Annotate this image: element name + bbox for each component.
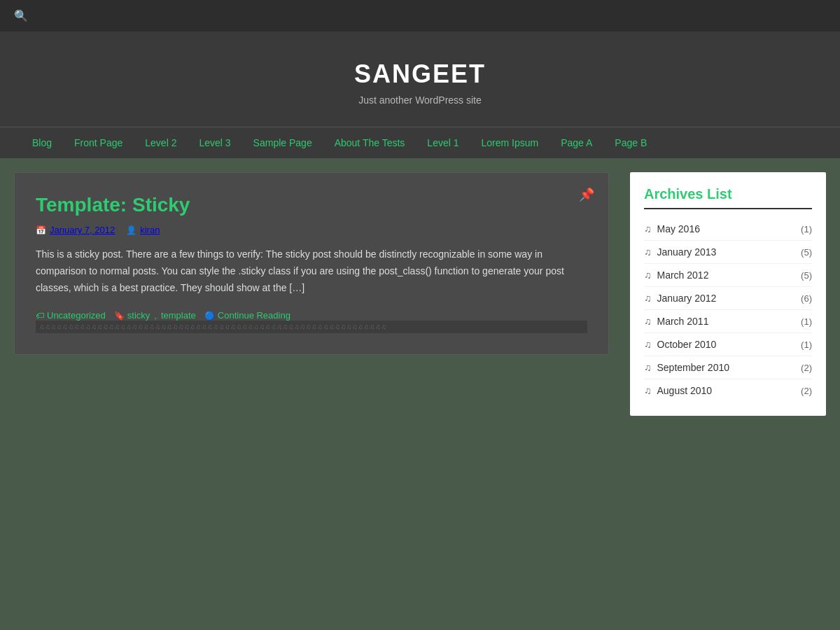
site-title: SANGEET — [14, 59, 826, 89]
archive-list-item: ♫March 2011(1) — [644, 310, 812, 333]
main-layout: 📌 Template: Sticky 📅 January 7, 2012 👤 k… — [0, 158, 840, 430]
archive-list-item: ♫January 2012(6) — [644, 287, 812, 310]
nav-link[interactable]: Lorem Ipsum — [470, 127, 550, 158]
music-note-icon: ♫ — [644, 362, 652, 373]
category-link[interactable]: Uncategorized — [47, 310, 106, 321]
site-tagline: Just another WordPress site — [14, 94, 826, 106]
nav-item: Level 2 — [134, 127, 188, 158]
archive-count: (1) — [801, 224, 812, 234]
nav-link[interactable]: About The Tests — [323, 127, 416, 158]
post-excerpt: This is a sticky post. There are a few t… — [36, 246, 587, 296]
nav-link[interactable]: Sample Page — [242, 127, 323, 158]
archive-link[interactable]: March 2012 — [657, 270, 796, 281]
music-note-icon: ♫ — [644, 223, 652, 234]
continue-reading-wrap: 🔵 Continue Reading — [204, 310, 290, 321]
post-author-meta: 👤 kiran — [126, 225, 160, 235]
music-note-icon: ♫ — [644, 339, 652, 350]
archive-count: (2) — [801, 363, 812, 373]
nav-item: Page B — [603, 127, 658, 158]
archive-count: (2) — [801, 386, 812, 396]
nav-item: Sample Page — [242, 127, 323, 158]
tag-icon: 🔖 — [114, 311, 125, 321]
nav-item: Level 3 — [188, 127, 241, 158]
music-note-icon: ♫ — [644, 293, 652, 304]
post-date-link[interactable]: January 7, 2012 — [50, 225, 115, 235]
archives-title: Archives List — [644, 186, 812, 209]
music-note-icon: ♫ — [644, 316, 652, 327]
nav-link[interactable]: Page A — [550, 127, 603, 158]
main-nav: BlogFront PageLevel 2Level 3Sample PageA… — [0, 127, 840, 158]
archive-count: (5) — [801, 270, 812, 281]
nav-link[interactable]: Page B — [603, 127, 658, 158]
nav-item: Level 1 — [416, 127, 470, 158]
archive-list-item: ♫September 2010(2) — [644, 356, 812, 379]
continue-reading-link[interactable]: Continue Reading — [218, 310, 290, 321]
post-tags: 🔖 sticky, template — [114, 310, 196, 321]
post-footer: 🏷 Uncategorized 🔖 sticky, template 🔵 Con… — [36, 310, 587, 321]
post-title-link[interactable]: Template: Sticky — [36, 194, 190, 216]
nav-link[interactable]: Front Page — [63, 127, 134, 158]
search-icon[interactable]: 🔍 — [14, 9, 28, 22]
archive-list-item: ♫August 2010(2) — [644, 379, 812, 402]
sticky-pin-icon: 📌 — [579, 187, 594, 202]
archive-link[interactable]: September 2010 — [657, 362, 796, 373]
continue-icon: 🔵 — [204, 311, 215, 321]
tag-list: sticky, template — [127, 310, 196, 321]
nav-item: Lorem Ipsum — [470, 127, 550, 158]
nav-link[interactable]: Level 3 — [188, 127, 241, 158]
tag-separator: , — [154, 310, 157, 321]
nav-item: Blog — [21, 127, 63, 158]
post-date-meta: 📅 January 7, 2012 — [36, 225, 115, 235]
nav-link[interactable]: Level 1 — [416, 127, 470, 158]
post-card: 📌 Template: Sticky 📅 January 7, 2012 👤 k… — [14, 172, 609, 355]
archive-count: (5) — [801, 247, 812, 258]
sidebar: Archives List ♫May 2016(1)♫January 2013(… — [630, 172, 826, 416]
post-category: 🏷 Uncategorized — [36, 310, 106, 321]
calendar-icon: 📅 — [36, 225, 46, 235]
tag-link[interactable]: template — [161, 310, 196, 321]
archive-list-item: ♫January 2013(5) — [644, 241, 812, 264]
archive-link[interactable]: January 2013 — [657, 246, 796, 258]
archive-link[interactable]: May 2016 — [657, 223, 796, 234]
music-note-icon: ♫ — [644, 385, 652, 396]
music-note-icon: ♫ — [644, 246, 652, 258]
top-bar: 🔍 — [0, 0, 840, 31]
post-stripes: ♫ ♫ ♫ ♫ ♫ ♫ ♫ ♫ ♫ ♫ ♫ ♫ ♫ ♫ ♫ ♫ ♫ ♫ ♫ ♫ … — [36, 321, 587, 333]
nav-item: Front Page — [63, 127, 134, 158]
nav-link[interactable]: Blog — [21, 127, 63, 158]
nav-item: About The Tests — [323, 127, 416, 158]
author-icon: 👤 — [126, 225, 136, 235]
archive-count: (6) — [801, 293, 812, 304]
archives-widget: Archives List ♫May 2016(1)♫January 2013(… — [630, 172, 826, 416]
content-area: 📌 Template: Sticky 📅 January 7, 2012 👤 k… — [14, 172, 609, 416]
archive-link[interactable]: October 2010 — [657, 339, 796, 350]
archive-link[interactable]: January 2012 — [657, 293, 796, 304]
post-title: Template: Sticky — [36, 194, 587, 216]
nav-link[interactable]: Level 2 — [134, 127, 188, 158]
category-icon: 🏷 — [36, 311, 44, 321]
nav-item: Page A — [550, 127, 603, 158]
archive-list-item: ♫May 2016(1) — [644, 218, 812, 241]
archive-list-item: ♫March 2012(5) — [644, 264, 812, 287]
archive-count: (1) — [801, 316, 812, 327]
music-note-icon: ♫ — [644, 270, 652, 281]
archive-list: ♫May 2016(1)♫January 2013(5)♫March 2012(… — [644, 218, 812, 402]
archive-link[interactable]: March 2011 — [657, 316, 796, 327]
tag-link[interactable]: sticky — [127, 310, 150, 321]
site-header: SANGEET Just another WordPress site — [0, 31, 840, 127]
archive-count: (1) — [801, 340, 812, 350]
archive-list-item: ♫October 2010(1) — [644, 333, 812, 356]
post-meta: 📅 January 7, 2012 👤 kiran — [36, 225, 587, 235]
archive-link[interactable]: August 2010 — [657, 385, 796, 396]
post-author-link[interactable]: kiran — [140, 225, 160, 235]
